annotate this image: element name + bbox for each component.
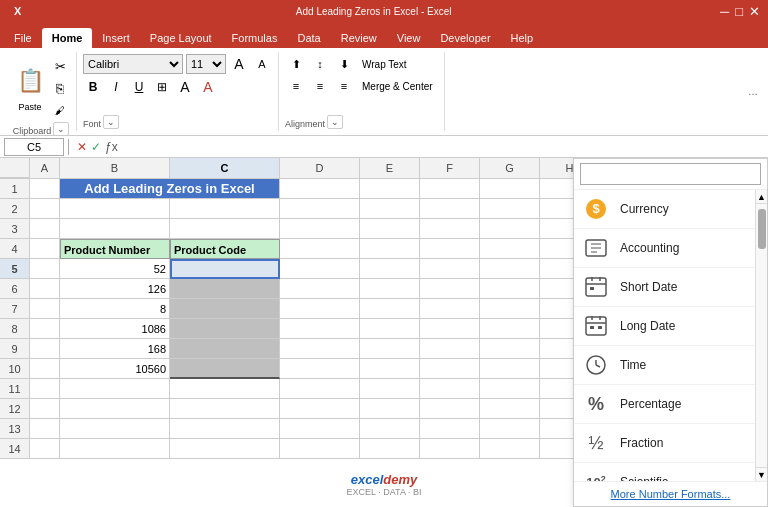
tab-developer[interactable]: Developer: [430, 28, 500, 48]
tab-review[interactable]: Review: [331, 28, 387, 48]
tab-help[interactable]: Help: [501, 28, 544, 48]
cell-g8[interactable]: [480, 319, 540, 339]
cell-d4[interactable]: [280, 239, 360, 259]
cell-e5[interactable]: [360, 259, 420, 279]
col-header-d[interactable]: D: [280, 158, 360, 178]
row-num-8[interactable]: 8: [0, 319, 30, 339]
cell-f11[interactable]: [420, 379, 480, 399]
list-item[interactable]: Time: [574, 346, 755, 385]
col-header-f[interactable]: F: [420, 158, 480, 178]
cell-c9[interactable]: [170, 339, 280, 359]
cell-b9[interactable]: 168: [60, 339, 170, 359]
font-size-select[interactable]: 11: [186, 54, 226, 74]
cell-c11[interactable]: [170, 379, 280, 399]
align-center-btn[interactable]: ≡: [309, 76, 331, 96]
tab-page-layout[interactable]: Page Layout: [140, 28, 222, 48]
tab-file[interactable]: File: [4, 28, 42, 48]
align-left-btn[interactable]: ≡: [285, 76, 307, 96]
border-button[interactable]: ⊞: [152, 77, 172, 97]
cell-f7[interactable]: [420, 299, 480, 319]
list-item[interactable]: Accounting: [574, 229, 755, 268]
cell-b13[interactable]: [60, 419, 170, 439]
copy-button[interactable]: ⎘: [50, 78, 70, 98]
cell-g1[interactable]: [480, 179, 540, 199]
cell-c12[interactable]: [170, 399, 280, 419]
cell-e14[interactable]: [360, 439, 420, 459]
row-num-3[interactable]: 3: [0, 219, 30, 239]
cell-d1[interactable]: [280, 179, 360, 199]
cell-f14[interactable]: [420, 439, 480, 459]
list-item[interactable]: Short Date: [574, 268, 755, 307]
tab-view[interactable]: View: [387, 28, 431, 48]
cell-reference-input[interactable]: C5: [4, 138, 64, 156]
cell-e3[interactable]: [360, 219, 420, 239]
increase-font-btn[interactable]: A: [229, 54, 249, 74]
insert-function-icon[interactable]: ƒx: [105, 140, 118, 154]
maximize-btn[interactable]: □: [735, 4, 743, 19]
cell-b4[interactable]: Product Number: [60, 239, 170, 259]
cell-a7[interactable]: [30, 299, 60, 319]
window-controls[interactable]: ─ □ ✕: [720, 4, 760, 19]
cell-b2[interactable]: [60, 199, 170, 219]
tab-data[interactable]: Data: [287, 28, 330, 48]
cell-b1-merged[interactable]: Add Leading Zeros in Excel: [60, 179, 280, 199]
cell-b10[interactable]: 10560: [60, 359, 170, 379]
bold-button[interactable]: B: [83, 77, 103, 97]
cell-d9[interactable]: [280, 339, 360, 359]
cell-g4[interactable]: [480, 239, 540, 259]
cell-a3[interactable]: [30, 219, 60, 239]
row-num-4[interactable]: 4: [0, 239, 30, 259]
row-num-13[interactable]: 13: [0, 419, 30, 439]
cell-g14[interactable]: [480, 439, 540, 459]
cell-c8[interactable]: [170, 319, 280, 339]
col-header-e[interactable]: E: [360, 158, 420, 178]
col-header-g[interactable]: G: [480, 158, 540, 178]
font-color-button[interactable]: A: [198, 77, 218, 97]
cell-e6[interactable]: [360, 279, 420, 299]
cell-a12[interactable]: [30, 399, 60, 419]
cell-b8[interactable]: 1086: [60, 319, 170, 339]
cell-d10[interactable]: [280, 359, 360, 379]
cell-c6[interactable]: [170, 279, 280, 299]
list-item[interactable]: Long Date: [574, 307, 755, 346]
cell-f13[interactable]: [420, 419, 480, 439]
cell-g5[interactable]: [480, 259, 540, 279]
confirm-formula-icon[interactable]: ✓: [91, 140, 101, 154]
cell-e4[interactable]: [360, 239, 420, 259]
col-header-a[interactable]: A: [30, 158, 60, 178]
row-num-10[interactable]: 10: [0, 359, 30, 379]
cell-a8[interactable]: [30, 319, 60, 339]
cell-d6[interactable]: [280, 279, 360, 299]
cell-d5[interactable]: [280, 259, 360, 279]
cell-a11[interactable]: [30, 379, 60, 399]
formula-input[interactable]: [126, 138, 764, 156]
cell-f12[interactable]: [420, 399, 480, 419]
cell-d2[interactable]: [280, 199, 360, 219]
wrap-text-button[interactable]: Wrap Text: [357, 54, 412, 74]
cell-c13[interactable]: [170, 419, 280, 439]
font-expand-btn[interactable]: ⌄: [103, 115, 119, 129]
fill-color-button[interactable]: A: [175, 77, 195, 97]
row-num-2[interactable]: 2: [0, 199, 30, 219]
cell-g3[interactable]: [480, 219, 540, 239]
align-middle-btn[interactable]: ↕: [309, 54, 331, 74]
cell-e10[interactable]: [360, 359, 420, 379]
cell-d7[interactable]: [280, 299, 360, 319]
list-item[interactable]: $ Currency: [574, 190, 755, 229]
cell-f3[interactable]: [420, 219, 480, 239]
cell-a6[interactable]: [30, 279, 60, 299]
cell-b7[interactable]: 8: [60, 299, 170, 319]
cell-a4[interactable]: [30, 239, 60, 259]
cell-b5[interactable]: 52: [60, 259, 170, 279]
cell-d8[interactable]: [280, 319, 360, 339]
more-number-formats-link[interactable]: More Number Formats...: [574, 481, 767, 506]
tab-insert[interactable]: Insert: [92, 28, 140, 48]
cell-b6[interactable]: 126: [60, 279, 170, 299]
cut-button[interactable]: ✂: [50, 56, 70, 76]
list-item[interactable]: % Percentage: [574, 385, 755, 424]
row-num-1[interactable]: 1: [0, 179, 30, 199]
cell-g13[interactable]: [480, 419, 540, 439]
cell-a9[interactable]: [30, 339, 60, 359]
cell-b3[interactable]: [60, 219, 170, 239]
cell-a5[interactable]: [30, 259, 60, 279]
